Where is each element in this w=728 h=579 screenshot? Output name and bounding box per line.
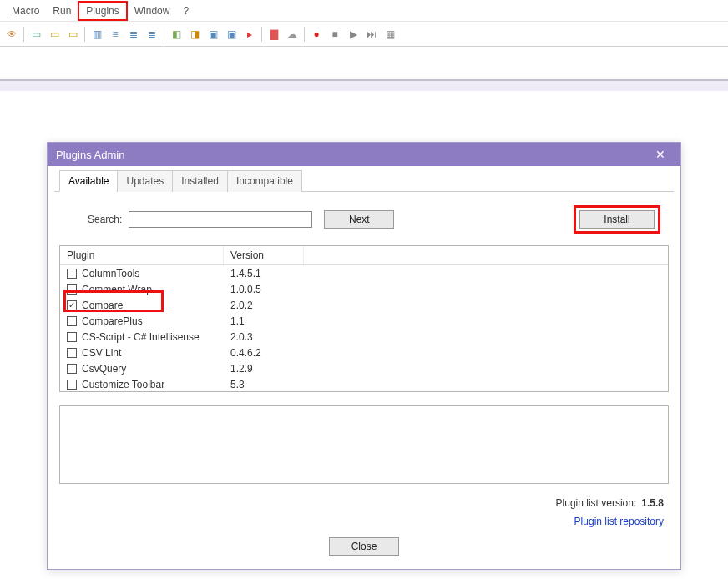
tab-row: AvailableUpdatesInstalledIncompatible xyxy=(54,169,674,192)
plugin-description-box[interactable] xyxy=(59,405,669,484)
tool4-icon[interactable]: ▣ xyxy=(223,26,240,43)
tab-available[interactable]: Available xyxy=(59,170,118,192)
plugin-list-version-label: Plugin list version: xyxy=(556,497,637,509)
close-row: Close xyxy=(54,531,674,561)
plugin-version: 0.4.6.2 xyxy=(224,347,304,359)
col-rest-header xyxy=(304,246,668,264)
plugin-checkbox[interactable] xyxy=(67,364,77,374)
gutter-icon[interactable]: ▥ xyxy=(88,26,105,43)
plugin-list-version-value: 1.5.8 xyxy=(641,497,664,509)
fwd-icon[interactable]: ⏭ xyxy=(363,26,380,43)
save-rec-icon[interactable]: ▦ xyxy=(382,26,398,43)
install-highlight: Install xyxy=(574,205,660,234)
plugin-name: Customize Toolbar xyxy=(82,379,164,390)
table-row[interactable]: ✓Compare2.0.2 xyxy=(60,297,668,313)
table-row[interactable]: CSV Lint0.4.6.2 xyxy=(60,345,668,360)
dialog-titlebar: Plugins Admin ✕ xyxy=(48,143,680,166)
table-row[interactable]: ColumnTools1.4.5.1 xyxy=(60,265,668,281)
close-icon[interactable]: ✕ xyxy=(649,148,672,161)
plugin-name: Compare xyxy=(82,300,123,311)
plugin-checkbox[interactable] xyxy=(67,332,77,342)
plugin-name: Comment Wrap xyxy=(82,284,152,295)
col-version-header[interactable]: Version xyxy=(224,246,304,264)
indent-icon[interactable]: ≡ xyxy=(107,26,124,43)
plugin-checkbox[interactable] xyxy=(67,348,77,358)
table-row[interactable]: CS-Script - C# Intellisense2.0.3 xyxy=(60,329,668,345)
separator xyxy=(84,27,85,42)
table-row[interactable]: CsvQuery1.2.9 xyxy=(60,360,668,376)
menu-?[interactable]: ? xyxy=(176,3,195,19)
plugin-name: CsvQuery xyxy=(82,363,126,375)
plugin-name: ComparePlus xyxy=(82,315,143,327)
tool1-icon[interactable]: ◧ xyxy=(168,26,185,43)
search-input[interactable] xyxy=(129,211,312,228)
outdent1-icon[interactable]: ≣ xyxy=(125,26,142,43)
dialog-title-text: Plugins Admin xyxy=(56,149,124,161)
table-row[interactable]: Comment Wrap1.0.0.5 xyxy=(60,281,668,297)
menu-bar: MacroRunPluginsWindow? xyxy=(0,0,728,22)
link-row: Plugin list repository xyxy=(54,511,674,531)
toolbar: 👁▭▭▭▥≡≣≣◧◨▣▣▸▇☁●■▶⏭▦ xyxy=(0,22,728,47)
menu-window[interactable]: Window xyxy=(128,3,177,19)
footer-row: Plugin list version: 1.5.8 xyxy=(54,484,674,511)
plugin-name: CS-Script - C# Intellisense xyxy=(82,331,200,343)
plugin-checkbox[interactable] xyxy=(67,380,77,390)
doc2-icon[interactable]: ▭ xyxy=(46,26,63,43)
plugin-version: 5.3 xyxy=(224,379,304,390)
table-row[interactable]: ComparePlus1.1 xyxy=(60,313,668,329)
col-plugin-header[interactable]: Plugin xyxy=(60,246,224,264)
plugin-list-repository-link[interactable]: Plugin list repository xyxy=(574,516,664,527)
table-header: Plugin Version xyxy=(60,246,668,265)
plugins-admin-dialog: Plugins Admin ✕ AvailableUpdatesInstalle… xyxy=(47,142,681,570)
tool3-icon[interactable]: ▣ xyxy=(205,26,221,43)
folder-icon[interactable]: ▇ xyxy=(265,26,282,43)
stop-icon[interactable]: ■ xyxy=(326,26,343,43)
plugin-checkbox[interactable]: ✓ xyxy=(67,300,77,310)
docx-icon[interactable]: ▭ xyxy=(64,26,81,43)
plugin-table: Plugin Version ColumnTools1.4.5.1Comment… xyxy=(59,245,669,392)
tool2-icon[interactable]: ◨ xyxy=(186,26,203,43)
close-button[interactable]: Close xyxy=(329,537,399,556)
tab-installed[interactable]: Installed xyxy=(172,170,228,192)
menu-run[interactable]: Run xyxy=(46,3,78,19)
eye-icon[interactable]: 👁 xyxy=(3,26,20,43)
flag-icon[interactable]: ▸ xyxy=(241,26,258,43)
table-rows[interactable]: ColumnTools1.4.5.1Comment Wrap1.0.0.5✓Co… xyxy=(60,265,668,391)
rec-icon[interactable]: ● xyxy=(308,26,325,43)
separator xyxy=(304,27,305,42)
plugin-name: CSV Lint xyxy=(82,347,121,359)
table-row[interactable]: Customize Toolbar5.3 xyxy=(60,376,668,391)
plugin-version: 2.0.3 xyxy=(224,331,304,343)
plugin-checkbox[interactable] xyxy=(67,316,77,326)
search-label: Search: xyxy=(88,214,122,225)
install-button[interactable]: Install xyxy=(579,210,655,229)
doc-area xyxy=(0,81,728,91)
plugin-version: 1.1 xyxy=(224,315,304,327)
menu-macro[interactable]: Macro xyxy=(5,3,46,19)
plugin-version: 1.4.5.1 xyxy=(224,268,304,279)
search-row: Search: Next Install xyxy=(54,202,674,245)
plugin-version: 2.0.2 xyxy=(224,300,304,311)
separator xyxy=(164,27,164,42)
next-button[interactable]: Next xyxy=(324,210,394,229)
plugin-name: ColumnTools xyxy=(82,268,139,279)
outdent2-icon[interactable]: ≣ xyxy=(144,26,160,43)
doc1-icon[interactable]: ▭ xyxy=(28,26,44,43)
play-icon[interactable]: ▶ xyxy=(345,26,361,43)
cloud-icon[interactable]: ☁ xyxy=(284,26,301,43)
plugin-checkbox[interactable] xyxy=(67,269,77,279)
tab-incompatible[interactable]: Incompatible xyxy=(227,170,302,192)
tab-updates[interactable]: Updates xyxy=(117,170,173,192)
separator xyxy=(261,27,262,42)
plugin-checkbox[interactable] xyxy=(67,284,77,295)
plugin-version: 1.2.9 xyxy=(224,363,304,375)
menu-plugins[interactable]: Plugins xyxy=(78,1,127,21)
separator xyxy=(23,27,24,42)
plugin-version: 1.0.0.5 xyxy=(224,284,304,295)
dialog-body: AvailableUpdatesInstalledIncompatible Se… xyxy=(48,166,680,569)
